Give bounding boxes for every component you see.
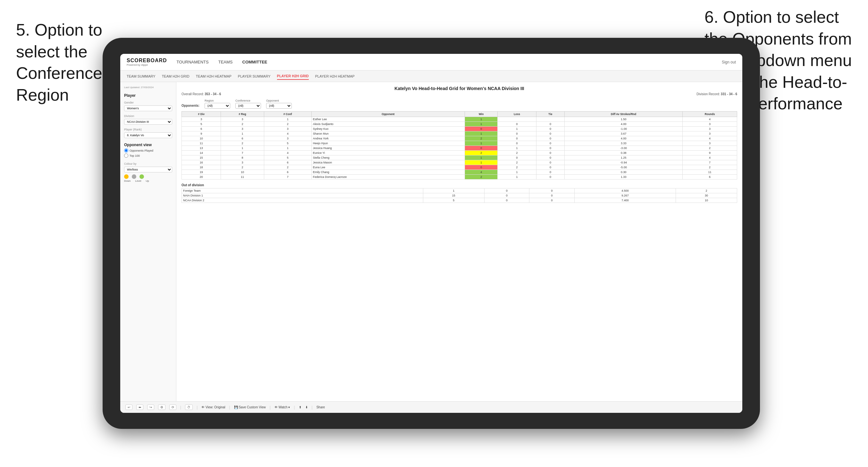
cell-loss: [498, 117, 536, 122]
cell-diff: 1.25: [565, 155, 683, 160]
toolbar-watch[interactable]: 👁 Watch ▾: [275, 405, 290, 409]
subnav-player-h2h-grid[interactable]: PLAYER H2H GRID: [277, 73, 309, 80]
cell-conf: 3: [264, 127, 311, 131]
toolbar-redo[interactable]: ↪: [147, 405, 154, 410]
cell-loss: 0: [498, 131, 536, 136]
main-content: Last Updated: 27/03/2024 Player Gender W…: [120, 82, 742, 401]
cell-div: 11: [182, 141, 221, 146]
cell-loss: 1: [498, 170, 536, 175]
subnav-team-summary[interactable]: TEAM SUMMARY: [127, 73, 156, 80]
toolbar-up[interactable]: ⬆: [299, 405, 302, 409]
cell-loss: 1: [498, 146, 536, 151]
toolbar-sep6: |: [312, 405, 313, 410]
subnav-team-h2h-heatmap[interactable]: TEAM H2H HEATMAP: [196, 73, 231, 80]
cell-rounds: 4: [683, 136, 737, 141]
cell-loss: 2: [498, 151, 536, 155]
table-row: 6 3 3 Sydney Kuo 0 1 0 -1.00 3: [182, 127, 737, 131]
ood-cell-win: 1: [423, 188, 484, 193]
cell-rounds: 3: [683, 127, 737, 131]
cell-rounds: 3: [683, 122, 737, 127]
cell-win: 2: [465, 151, 498, 155]
radio-opponents-played[interactable]: Opponents Played: [124, 148, 172, 153]
cell-opponent: Esther Lee: [311, 117, 465, 122]
colour-by-select[interactable]: Win/loss: [124, 167, 172, 173]
cell-div: 3: [182, 117, 221, 122]
nav-tournaments[interactable]: TOURNAMENTS: [177, 58, 209, 66]
gender-label: Gender: [124, 101, 172, 104]
cell-tie: 0: [536, 165, 564, 170]
division-record: Division Record: 331 - 34 - 6: [696, 92, 737, 96]
cell-loss: 1: [498, 127, 536, 131]
ood-cell-loss: 0: [484, 188, 529, 193]
toolbar-down[interactable]: ⬇: [305, 405, 308, 409]
toolbar-share[interactable]: Share: [316, 405, 325, 409]
cell-tie: 0: [536, 170, 564, 175]
table-row: 9 1 4 Sharon Mun 1 0 0 3.67 3: [182, 131, 737, 136]
cell-diff: -5.00: [565, 165, 683, 170]
sidebar: Last Updated: 27/03/2024 Player Gender W…: [120, 82, 176, 401]
cell-opponent: Sharon Mun: [311, 131, 465, 136]
tablet-frame: SCOREBOARD Powered by clippd TOURNAMENTS…: [103, 38, 760, 429]
cell-conf: 5: [264, 141, 311, 146]
toolbar-view-original[interactable]: 👁 View: Original: [202, 405, 225, 409]
records-row: Overall Record: 353 - 34 - 6 Division Re…: [182, 92, 737, 96]
nav-teams[interactable]: TEAMS: [218, 58, 233, 66]
player-rank-label: Player (Rank): [124, 128, 172, 131]
col-rounds: Rounds: [683, 112, 737, 117]
cell-win: 4: [465, 170, 498, 175]
ood-cell-tie: 0: [529, 198, 575, 203]
cell-tie: 0: [536, 175, 564, 180]
dot-level: [132, 174, 136, 179]
cell-reg: 3: [221, 160, 264, 165]
cell-win: 0: [465, 127, 498, 131]
filter-conf-label: Conference: [235, 99, 261, 102]
cell-diff: -0.94: [565, 160, 683, 165]
table-row: 19 10 6 Emily Chang 4 1 0 0.30 11: [182, 170, 737, 175]
cell-win: 1: [465, 160, 498, 165]
cell-rounds: 4: [683, 117, 737, 122]
toolbar-sep2: |: [196, 405, 197, 410]
radio-top-100[interactable]: Top 100: [124, 154, 172, 158]
out-of-division-title: Out of division: [182, 183, 737, 187]
toolbar-back[interactable]: ⬅: [136, 405, 143, 410]
nav-items: TOURNAMENTS TEAMS COMMITTEE: [177, 58, 722, 66]
ood-cell-diff: 4.500: [574, 188, 676, 193]
cell-win: 1: [465, 131, 498, 136]
toolbar-save-custom[interactable]: 💾 Save Custom View: [234, 405, 266, 409]
player-rank-select[interactable]: 8. Katelyn Vo: [124, 132, 172, 138]
cell-div: 15: [182, 155, 221, 160]
cell-win: 0: [465, 165, 498, 170]
nav-committee[interactable]: COMMITTEE: [242, 58, 268, 66]
cell-conf: 4: [264, 131, 311, 136]
ood-cell-opponent: NCAA Division 2: [182, 198, 423, 203]
gender-select[interactable]: Women's: [124, 105, 172, 111]
opponent-view-group: Opponents Played Top 100: [124, 148, 172, 158]
conference-select[interactable]: (All): [235, 103, 261, 108]
toolbar-refresh[interactable]: ⟳: [169, 405, 176, 410]
ood-cell-win: 5: [423, 198, 484, 203]
subnav-team-h2h-grid[interactable]: TEAM H2H GRID: [162, 73, 189, 80]
opponent-select[interactable]: (All): [266, 103, 292, 108]
col-win: Win: [465, 112, 498, 117]
division-select[interactable]: NCAA Division III: [124, 119, 172, 125]
cell-reg: 2: [221, 122, 264, 127]
cell-diff: 0.30: [565, 170, 683, 175]
subnav-player-h2h-heatmap[interactable]: PLAYER H2H HEATMAP: [315, 73, 354, 80]
cell-opponent: Stella Cheng: [311, 155, 465, 160]
colour-by-label: Colour by: [124, 162, 172, 165]
cell-rounds: 9: [683, 151, 737, 155]
toolbar-undo[interactable]: ↩: [125, 405, 132, 410]
ood-cell-loss: 0: [484, 198, 529, 203]
region-select[interactable]: (All): [205, 103, 230, 108]
colour-dots: [124, 174, 172, 179]
toolbar-timer[interactable]: ⏱: [185, 405, 193, 410]
subnav-player-summary[interactable]: PLAYER SUMMARY: [238, 73, 271, 80]
logo-text: SCOREBOARD: [127, 58, 167, 63]
table-row: 13 1 1 Jessica Huang 0 1 0 -3.00 2: [182, 146, 737, 151]
cell-div: 14: [182, 151, 221, 155]
cell-rounds: 2: [683, 146, 737, 151]
table-row: 3 3 1 Esther Lee 1 1.50 4: [182, 117, 737, 122]
toolbar-settings[interactable]: ⚙: [158, 405, 165, 410]
toolbar-sep1: |: [180, 405, 181, 410]
sign-out-link[interactable]: Sign out: [722, 60, 736, 64]
